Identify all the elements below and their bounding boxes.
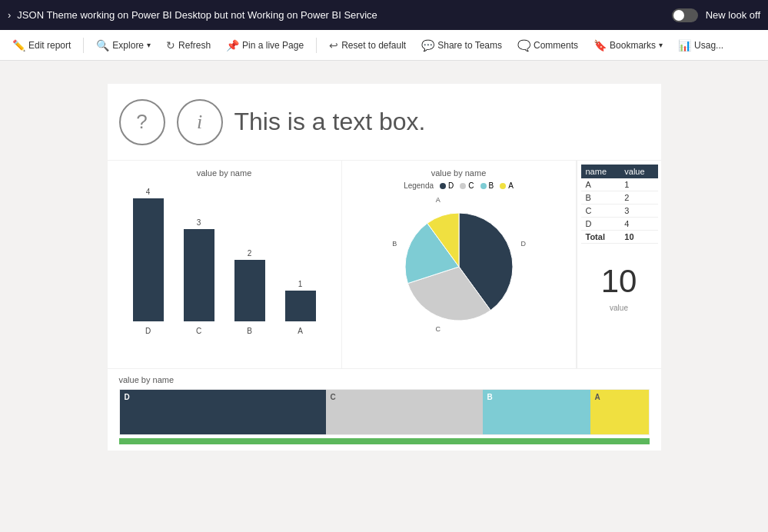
info-circle-icon: i: [177, 99, 223, 145]
new-look-toggle[interactable]: [672, 8, 698, 22]
table-cell-name: Total: [581, 231, 620, 244]
bookmarks-label: Bookmarks: [610, 40, 656, 51]
legend-label: B: [489, 181, 494, 190]
main-content: name Select all A B C D ? i: [0, 61, 768, 532]
table-cell-value: 3: [620, 204, 657, 218]
pin-live-label: Pin a live Page: [242, 40, 304, 51]
table-cell-name: B: [581, 191, 620, 204]
pie-chart-container: value by name Legenda D C B A DCBA: [342, 161, 577, 368]
pie-segment-label: A: [435, 196, 440, 204]
bookmarks-button[interactable]: 🔖 Bookmarks ▾: [587, 36, 669, 55]
bar-rect: [184, 229, 214, 321]
page-title: JSON Theme working on Power BI Desktop b…: [17, 9, 377, 21]
col-name-header: name: [581, 165, 620, 178]
question-circle-icon: ?: [119, 99, 165, 145]
bookmarks-icon: 🔖: [593, 39, 607, 52]
table-cell-name: C: [581, 204, 620, 218]
stacked-segment: B: [483, 390, 590, 434]
separator: [83, 38, 84, 53]
legend-dot: [440, 183, 446, 189]
comments-button[interactable]: 🗨️ Comments: [511, 36, 584, 55]
bar-value: 1: [298, 280, 303, 288]
report-canvas: ? i This is a text box. value by name 4 …: [108, 84, 661, 451]
bottom-green-bar: [119, 438, 650, 444]
bottom-chart-title: value by name: [119, 375, 650, 384]
bar-group: 2 B: [234, 249, 265, 335]
reset-icon: ↩: [329, 39, 338, 52]
table-cell-value: 2: [620, 191, 657, 204]
explore-label: Explore: [112, 40, 144, 51]
stacked-segment: C: [326, 390, 483, 434]
comments-label: Comments: [534, 40, 578, 51]
legend-dot: [460, 183, 466, 189]
bar-rect: [133, 198, 164, 321]
question-mark: ?: [136, 110, 147, 134]
toolbar: ✏️ Edit report 🔍 Explore ▾ ↻ Refresh 📌 P…: [0, 30, 768, 61]
pie-segment-label: C: [435, 325, 441, 332]
edit-report-label: Edit report: [28, 40, 71, 51]
bar-rect: [285, 291, 316, 321]
edit-icon: ✏️: [12, 39, 25, 52]
table-row: D 4: [581, 218, 658, 231]
top-bar: › JSON Theme working on Power BI Desktop…: [0, 0, 768, 30]
legend-item: D: [440, 181, 454, 190]
pie-legend: Legenda D C B A: [350, 181, 568, 190]
explore-button[interactable]: 🔍 Explore ▾: [90, 36, 157, 55]
share-teams-label: Share to Teams: [437, 40, 502, 51]
bar-chart-container: value by name 4 D 3 C 2 B 1 A: [108, 161, 342, 368]
pie-segment-label: D: [520, 240, 526, 248]
legend-label: D: [448, 181, 454, 190]
separator2: [316, 38, 317, 53]
bar-value: 3: [197, 218, 201, 227]
bar-label: C: [196, 327, 201, 335]
new-look-label: New look off: [706, 9, 760, 21]
big-number: 10: [577, 248, 661, 304]
table-container: name value A 1 B 2 C 3 D 4 Total 10: [577, 161, 662, 248]
bar-chart-title: value by name: [115, 168, 334, 178]
legend-item: A: [500, 181, 514, 190]
bar-chart: 4 D 3 C 2 B 1 A: [115, 181, 334, 335]
table-cell-value: 1: [620, 178, 657, 191]
stacked-segment: A: [590, 390, 649, 434]
stacked-segment: D: [120, 390, 326, 434]
bar-label: D: [145, 327, 151, 335]
refresh-icon: ↻: [166, 39, 175, 52]
bottom-chart: value by name DCBA: [108, 368, 661, 451]
pie-segment-label: B: [392, 240, 397, 248]
bar-value: 4: [146, 188, 151, 196]
chevron-down-icon: ▾: [147, 41, 151, 49]
bookmarks-chevron-icon: ▾: [659, 41, 663, 49]
comments-icon: 🗨️: [517, 39, 530, 52]
legend-label: A: [508, 181, 514, 190]
usage-button[interactable]: 📊 Usag...: [672, 36, 730, 55]
reset-label: Reset to default: [341, 40, 406, 51]
legend-title: Legenda: [404, 181, 434, 190]
pin-icon: 📌: [226, 39, 239, 52]
bar-group: 4 D: [133, 188, 164, 335]
top-bar-right: New look off: [672, 8, 760, 22]
table-row: Total 10: [581, 231, 658, 244]
bar-group: 3 C: [184, 218, 214, 335]
bar-rect: [234, 260, 265, 321]
legend-label: C: [468, 181, 474, 190]
table-row: B 2: [581, 191, 658, 204]
bar-value: 2: [248, 249, 252, 258]
usage-label: Usag...: [694, 40, 723, 51]
right-panel: name value A 1 B 2 C 3 D 4 Total 10 10: [577, 161, 661, 368]
legend-dot: [480, 183, 487, 189]
legend-item: C: [460, 181, 474, 190]
refresh-button[interactable]: ↻ Refresh: [160, 36, 217, 55]
pin-live-button[interactable]: 📌 Pin a live Page: [220, 36, 310, 55]
top-bar-left: › JSON Theme working on Power BI Desktop…: [8, 9, 377, 21]
table-row: A 1: [581, 178, 658, 191]
charts-row: value by name 4 D 3 C 2 B 1 A value by n…: [108, 161, 661, 368]
edit-report-button[interactable]: ✏️ Edit report: [6, 36, 77, 55]
reset-button[interactable]: ↩ Reset to default: [323, 36, 412, 55]
data-table: name value A 1 B 2 C 3 D 4 Total 10: [581, 165, 658, 244]
text-box: This is a text box.: [234, 108, 426, 136]
refresh-label: Refresh: [178, 40, 211, 51]
info-mark: i: [197, 111, 202, 134]
chevron-right-icon: ›: [8, 9, 11, 21]
usage-icon: 📊: [678, 39, 691, 52]
share-teams-button[interactable]: 💬 Share to Teams: [415, 36, 508, 55]
